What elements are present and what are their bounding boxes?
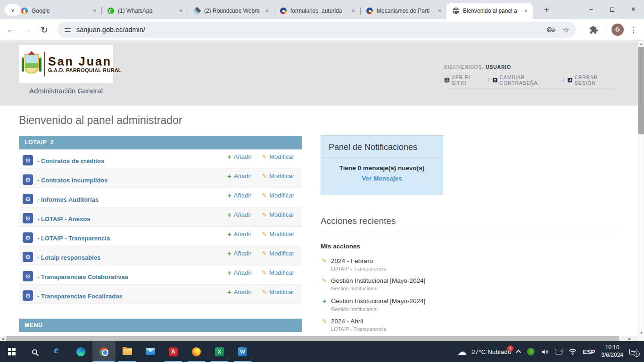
tab-close-icon[interactable]: ✕: [522, 7, 530, 15]
notifications-message: Tiene 0 mensaje(s) nuevo(s): [321, 165, 443, 172]
browser-tab[interactable]: (1) WhatsApp ✕: [101, 3, 188, 19]
modify-link[interactable]: ✎Modificar: [262, 211, 294, 218]
site-logo[interactable]: San Juan G.A.D. PARROQUIAL RURAL: [19, 45, 113, 83]
antivirus-icon[interactable]: +: [527, 348, 535, 355]
add-link[interactable]: +Añadir: [227, 269, 251, 277]
tab-close-icon[interactable]: ✕: [177, 7, 185, 15]
taskbar-start-button[interactable]: [0, 341, 23, 362]
wifi-icon[interactable]: [569, 348, 577, 355]
change-password-link[interactable]: CAMBIAR CONTRASEÑA: [500, 74, 561, 86]
touchpad-icon[interactable]: [555, 349, 562, 354]
modify-link[interactable]: ✎Modificar: [262, 269, 294, 276]
recent-action-title[interactable]: 2024 - Febrero: [331, 257, 373, 264]
window-minimize-button[interactable]: –: [580, 0, 602, 18]
add-link[interactable]: +Añadir: [227, 172, 251, 180]
page-content: San Juan G.A.D. PARROQUIAL RURAL Adminis…: [0, 41, 644, 341]
tab-close-icon[interactable]: ✕: [91, 7, 99, 15]
window-close-button[interactable]: ✕: [623, 0, 644, 18]
menu-module-caption: MENU: [19, 319, 302, 332]
plus-icon: +: [227, 288, 231, 296]
bookmark-star-icon[interactable]: ☆: [563, 25, 570, 34]
add-link[interactable]: +Añadir: [227, 249, 251, 257]
taskbar-edge-button[interactable]: [69, 341, 92, 362]
model-link[interactable]: - Transparencias Focalizadas: [37, 293, 123, 300]
model-link[interactable]: - Lotaip responsables: [37, 254, 100, 261]
horizontal-scrollbar[interactable]: ◀ ▶: [0, 336, 638, 341]
horizontal-scroll-thumb[interactable]: [6, 336, 619, 341]
tab-close-icon[interactable]: ✕: [349, 7, 357, 15]
window-restore-button[interactable]: [602, 0, 623, 18]
add-link[interactable]: +Añadir: [227, 288, 251, 296]
add-link[interactable]: +Añadir: [227, 230, 251, 238]
vertical-scroll-thumb[interactable]: [638, 47, 644, 134]
volume-icon[interactable]: [541, 348, 549, 355]
forward-button[interactable]: →: [18, 20, 37, 39]
logout-link[interactable]: CERRAR SESIÓN: [575, 74, 618, 86]
page-title: Bienvenido al panel administrador: [19, 114, 182, 127]
back-button[interactable]: ←: [1, 20, 20, 39]
vertical-scrollbar[interactable]: ▲ ▼: [638, 41, 644, 341]
modify-link[interactable]: ✎Modificar: [262, 173, 294, 180]
browser-tab[interactable]: Mecanismos de Parti ✕: [360, 3, 446, 19]
password-key-icon[interactable]: [547, 25, 555, 34]
browser-tab[interactable]: Google ✕: [15, 3, 101, 19]
clock[interactable]: 10:103/6/2024: [601, 344, 623, 359]
model-link[interactable]: - Contratos incumplidos: [37, 177, 108, 184]
url-text[interactable]: sanjuan.gob.ec/admin/: [76, 26, 145, 33]
edge-icon: [76, 347, 85, 356]
internet-explorer-icon: [53, 347, 63, 356]
profile-avatar[interactable]: G: [611, 24, 624, 36]
taskbar-mail-button[interactable]: [139, 341, 162, 362]
language-indicator[interactable]: ESP: [583, 348, 595, 355]
recent-action-title[interactable]: 2024 - Abril: [331, 318, 363, 325]
browser-tab[interactable]: (2) Roundcube Webm ✕: [188, 3, 274, 19]
add-link[interactable]: +Añadir: [227, 211, 251, 219]
view-site-link[interactable]: VER EL SITIO: [452, 74, 486, 86]
scroll-down-icon[interactable]: ▼: [638, 330, 644, 336]
view-messages-link[interactable]: Ver Mensajes: [362, 175, 402, 182]
tray-expand-button[interactable]: [517, 350, 521, 354]
taskbar-search-button[interactable]: [23, 341, 46, 362]
recent-action-title[interactable]: Gestión Institucional [Mayo-2024]: [331, 277, 425, 284]
menu-kebab-icon[interactable]: ⋮: [630, 25, 637, 34]
taskbar-chrome-button[interactable]: [92, 341, 116, 362]
model-link[interactable]: - LOTAIP - Anexos: [37, 215, 90, 222]
taskbar-acrobat-button[interactable]: A: [162, 341, 185, 362]
modify-link[interactable]: ✎Modificar: [262, 153, 294, 160]
browser-tab[interactable]: Bienvenido al panel a ✕: [446, 3, 533, 19]
address-bar[interactable]: sanjuan.gob.ec/admin/ ☆: [58, 22, 576, 38]
extensions-icon[interactable]: [589, 25, 598, 34]
model-link[interactable]: - LOTAIP - Transparencia: [37, 235, 110, 242]
new-tab-button[interactable]: +: [540, 3, 553, 16]
site-subtitle: Administración General: [19, 87, 113, 95]
model-link[interactable]: - Transparencias Colaborativas: [37, 273, 128, 280]
notification-center-button[interactable]: 1: [629, 348, 637, 355]
scroll-left-icon[interactable]: ◀: [0, 336, 6, 341]
module-caption: LOTAIP_2: [19, 136, 302, 149]
tab-close-icon[interactable]: ✕: [436, 7, 444, 15]
taskbar-file-explorer-button[interactable]: [116, 341, 139, 362]
site-settings-icon[interactable]: [64, 26, 71, 33]
taskbar-excel-button[interactable]: X: [208, 341, 231, 362]
close-icon: ✕: [631, 6, 636, 13]
modify-link[interactable]: ✎Modificar: [262, 288, 294, 296]
scroll-right-icon[interactable]: ▶: [627, 336, 633, 341]
modify-link[interactable]: ✎Modificar: [262, 230, 294, 238]
modify-link[interactable]: ✎Modificar: [262, 192, 294, 199]
model-link[interactable]: - Contratos de créditos: [37, 157, 104, 165]
weather-widget[interactable]: ☁ 1 27°C Nublado: [457, 347, 511, 356]
scroll-up-icon[interactable]: ▲: [638, 41, 644, 47]
taskbar-word-button[interactable]: W: [231, 341, 254, 362]
word-icon: W: [238, 347, 247, 356]
add-link[interactable]: +Añadir: [227, 191, 251, 199]
reload-button[interactable]: ↻: [35, 20, 54, 39]
tab-close-icon[interactable]: ✕: [263, 7, 271, 15]
browser-tab[interactable]: formularios_autorida ✕: [274, 3, 360, 19]
recent-action-title[interactable]: Gestión Institucional [Mayo-2024]: [331, 297, 425, 304]
taskbar-firefox-button[interactable]: [185, 341, 208, 362]
lotaip2-module: LOTAIP_2 ⚙ - Contratos de créditos +Añad…: [19, 136, 302, 304]
modify-link[interactable]: ✎Modificar: [262, 250, 294, 257]
taskbar-internet-explorer-button[interactable]: [46, 341, 69, 362]
add-link[interactable]: +Añadir: [227, 153, 251, 161]
model-link[interactable]: - Informes Auditorías: [37, 196, 99, 203]
